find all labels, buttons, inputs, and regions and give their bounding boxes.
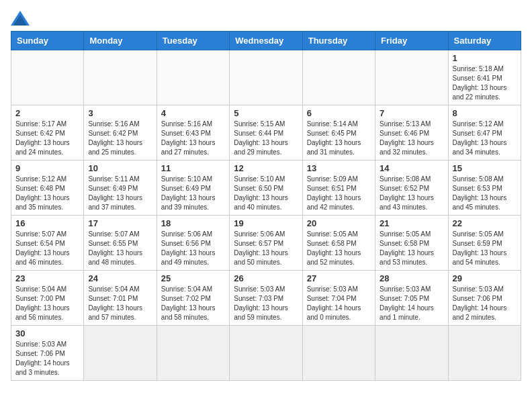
day-number: 13 [307,163,371,173]
day-number: 19 [234,218,298,228]
day-number: 5 [234,108,298,118]
week-row-0: 1Sunrise: 5:18 AM Sunset: 6:41 PM Daylig… [11,50,521,105]
day-cell: 9Sunrise: 5:12 AM Sunset: 6:48 PM Daylig… [11,161,84,216]
day-cell [375,326,448,381]
day-number: 1 [453,53,517,63]
day-number: 4 [161,108,225,118]
day-info: Sunrise: 5:14 AM Sunset: 6:45 PM Dayligh… [307,120,371,157]
day-cell: 12Sunrise: 5:10 AM Sunset: 6:50 PM Dayli… [230,161,302,216]
calendar-table: SundayMondayTuesdayWednesdayThursdayFrid… [11,31,521,381]
day-cell: 2Sunrise: 5:17 AM Sunset: 6:42 PM Daylig… [11,105,84,161]
day-cell: 13Sunrise: 5:09 AM Sunset: 6:51 PM Dayli… [302,161,375,216]
day-info: Sunrise: 5:12 AM Sunset: 6:48 PM Dayligh… [15,175,79,212]
day-cell: 7Sunrise: 5:13 AM Sunset: 6:46 PM Daylig… [375,105,448,161]
header-row: SundayMondayTuesdayWednesdayThursdayFrid… [11,32,521,50]
day-cell [11,50,84,105]
day-info: Sunrise: 5:04 AM Sunset: 7:00 PM Dayligh… [15,285,79,322]
day-cell: 3Sunrise: 5:16 AM Sunset: 6:42 PM Daylig… [84,105,157,161]
week-row-1: 2Sunrise: 5:17 AM Sunset: 6:42 PM Daylig… [11,105,521,161]
day-number: 3 [88,108,152,118]
day-info: Sunrise: 5:09 AM Sunset: 6:51 PM Dayligh… [307,175,371,212]
day-info: Sunrise: 5:17 AM Sunset: 6:42 PM Dayligh… [15,120,79,157]
day-number: 7 [380,108,443,118]
calendar-header: SundayMondayTuesdayWednesdayThursdayFrid… [11,32,521,50]
day-number: 30 [15,328,79,338]
day-cell: 28Sunrise: 5:03 AM Sunset: 7:05 PM Dayli… [375,271,448,326]
day-number: 24 [88,273,152,283]
logo-icon [11,11,30,26]
day-number: 17 [88,218,152,228]
day-info: Sunrise: 5:05 AM Sunset: 6:59 PM Dayligh… [453,230,517,267]
day-cell [230,50,302,105]
day-info: Sunrise: 5:06 AM Sunset: 6:56 PM Dayligh… [161,230,225,267]
day-cell: 4Sunrise: 5:16 AM Sunset: 6:43 PM Daylig… [157,105,229,161]
header-monday: Monday [84,32,157,50]
day-number: 16 [15,218,79,228]
header-wednesday: Wednesday [230,32,302,50]
calendar-body: 1Sunrise: 5:18 AM Sunset: 6:41 PM Daylig… [11,50,521,381]
day-info: Sunrise: 5:10 AM Sunset: 6:49 PM Dayligh… [161,175,225,212]
day-cell: 30Sunrise: 5:03 AM Sunset: 7:06 PM Dayli… [11,326,84,381]
day-cell: 26Sunrise: 5:03 AM Sunset: 7:03 PM Dayli… [230,271,302,326]
day-cell: 6Sunrise: 5:14 AM Sunset: 6:45 PM Daylig… [302,105,375,161]
day-cell: 22Sunrise: 5:05 AM Sunset: 6:59 PM Dayli… [448,216,521,271]
day-number: 23 [15,273,79,283]
day-cell: 11Sunrise: 5:10 AM Sunset: 6:49 PM Dayli… [157,161,229,216]
day-info: Sunrise: 5:11 AM Sunset: 6:49 PM Dayligh… [88,175,152,212]
day-number: 29 [453,273,517,283]
day-info: Sunrise: 5:03 AM Sunset: 7:04 PM Dayligh… [307,285,371,322]
day-cell: 17Sunrise: 5:07 AM Sunset: 6:55 PM Dayli… [84,216,157,271]
week-row-4: 23Sunrise: 5:04 AM Sunset: 7:00 PM Dayli… [11,271,521,326]
day-info: Sunrise: 5:12 AM Sunset: 6:47 PM Dayligh… [453,120,517,157]
logo [11,11,32,26]
day-number: 18 [161,218,225,228]
day-cell: 15Sunrise: 5:08 AM Sunset: 6:53 PM Dayli… [448,161,521,216]
day-number: 8 [453,108,517,118]
day-info: Sunrise: 5:04 AM Sunset: 7:01 PM Dayligh… [88,285,152,322]
day-cell: 16Sunrise: 5:07 AM Sunset: 6:54 PM Dayli… [11,216,84,271]
day-cell [157,326,229,381]
day-info: Sunrise: 5:03 AM Sunset: 7:06 PM Dayligh… [453,285,517,322]
day-cell [230,326,302,381]
header-thursday: Thursday [302,32,375,50]
day-cell: 29Sunrise: 5:03 AM Sunset: 7:06 PM Dayli… [448,271,521,326]
day-cell: 1Sunrise: 5:18 AM Sunset: 6:41 PM Daylig… [448,50,521,105]
day-info: Sunrise: 5:16 AM Sunset: 6:42 PM Dayligh… [88,120,152,157]
day-info: Sunrise: 5:07 AM Sunset: 6:54 PM Dayligh… [15,230,79,267]
day-cell [448,326,521,381]
day-number: 6 [307,108,371,118]
day-info: Sunrise: 5:07 AM Sunset: 6:55 PM Dayligh… [88,230,152,267]
day-number: 28 [380,273,443,283]
day-cell [302,326,375,381]
day-info: Sunrise: 5:13 AM Sunset: 6:46 PM Dayligh… [380,120,443,157]
day-info: Sunrise: 5:08 AM Sunset: 6:53 PM Dayligh… [453,175,517,212]
day-info: Sunrise: 5:04 AM Sunset: 7:02 PM Dayligh… [161,285,225,322]
day-cell: 10Sunrise: 5:11 AM Sunset: 6:49 PM Dayli… [84,161,157,216]
day-number: 10 [88,163,152,173]
day-info: Sunrise: 5:18 AM Sunset: 6:41 PM Dayligh… [453,64,517,102]
week-row-3: 16Sunrise: 5:07 AM Sunset: 6:54 PM Dayli… [11,216,521,271]
day-cell: 27Sunrise: 5:03 AM Sunset: 7:04 PM Dayli… [302,271,375,326]
day-number: 2 [15,108,79,118]
day-number: 27 [307,273,371,283]
day-info: Sunrise: 5:03 AM Sunset: 7:06 PM Dayligh… [15,340,79,377]
day-number: 15 [453,163,517,173]
day-info: Sunrise: 5:03 AM Sunset: 7:03 PM Dayligh… [234,285,298,322]
day-info: Sunrise: 5:15 AM Sunset: 6:44 PM Dayligh… [234,120,298,157]
day-number: 12 [234,163,298,173]
day-cell: 25Sunrise: 5:04 AM Sunset: 7:02 PM Dayli… [157,271,229,326]
day-cell: 20Sunrise: 5:05 AM Sunset: 6:58 PM Dayli… [302,216,375,271]
day-cell: 18Sunrise: 5:06 AM Sunset: 6:56 PM Dayli… [157,216,229,271]
day-cell: 5Sunrise: 5:15 AM Sunset: 6:44 PM Daylig… [230,105,302,161]
day-number: 25 [161,273,225,283]
header [11,11,521,26]
day-cell: 24Sunrise: 5:04 AM Sunset: 7:01 PM Dayli… [84,271,157,326]
day-cell: 23Sunrise: 5:04 AM Sunset: 7:00 PM Dayli… [11,271,84,326]
day-cell [302,50,375,105]
day-number: 9 [15,163,79,173]
day-cell [375,50,448,105]
day-info: Sunrise: 5:16 AM Sunset: 6:43 PM Dayligh… [161,120,225,157]
day-number: 22 [453,218,517,228]
day-number: 20 [307,218,371,228]
day-cell: 8Sunrise: 5:12 AM Sunset: 6:47 PM Daylig… [448,105,521,161]
